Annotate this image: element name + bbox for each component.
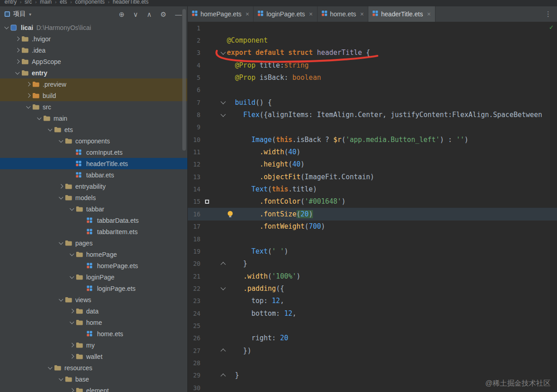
locate-file-icon[interactable]: ⊕: [119, 11, 125, 18]
chevron-down-icon[interactable]: [57, 299, 65, 301]
fold-end-icon[interactable]: [220, 348, 227, 353]
chevron-down-icon[interactable]: [68, 254, 76, 255]
tree-item-.idea[interactable]: .idea: [0, 44, 187, 56]
editor-line[interactable]: 5 @Prop isBack: boolean: [188, 71, 557, 83]
tree-item-main[interactable]: main: [0, 113, 187, 124]
quickfix-bulb-icon[interactable]: [228, 211, 233, 216]
tab-home.ets[interactable]: home.ets×: [318, 6, 369, 22]
tree-item-base[interactable]: base: [0, 373, 187, 385]
editor-line[interactable]: 28: [188, 357, 557, 369]
editor-line[interactable]: 10 Image(this.isBack ? $r('app.media.But…: [188, 133, 557, 146]
tab-homePage.ets[interactable]: homePage.ets×: [188, 6, 254, 22]
collapse-all-icon[interactable]: ∧: [147, 11, 152, 18]
editor-line[interactable]: 23 top: 12,: [188, 295, 557, 307]
tree-item-build[interactable]: build: [0, 90, 187, 101]
tree-item-pages[interactable]: pages: [0, 237, 187, 249]
chevron-down-icon[interactable]: [68, 208, 76, 210]
chevron-right-icon[interactable]: [57, 185, 65, 188]
close-tab-icon[interactable]: ×: [360, 10, 364, 18]
tree-item-home[interactable]: home: [0, 317, 187, 328]
chevron-down-icon[interactable]: [24, 106, 32, 108]
fold-end-icon[interactable]: [220, 373, 227, 378]
chevron-down-icon[interactable]: [68, 276, 76, 278]
editor-line[interactable]: 19 Text(' '): [188, 245, 557, 257]
tree-item-components[interactable]: components: [0, 135, 187, 147]
chevron-right-icon[interactable]: [68, 355, 76, 358]
tab-loginPage.ets[interactable]: loginPage.ets×: [254, 6, 317, 22]
tree-item-loginPage[interactable]: loginPage: [0, 271, 187, 283]
tree-item-ets[interactable]: ets: [0, 124, 187, 135]
chevron-right-icon[interactable]: [14, 49, 21, 52]
settings-icon[interactable]: ⚙: [161, 11, 166, 18]
tree-item-AppScope[interactable]: AppScope: [0, 56, 187, 67]
breadcrumb-item[interactable]: main: [40, 0, 52, 5]
code-editor[interactable]: 12@Component3export default struct heade…: [188, 22, 557, 392]
tree-item-entryability[interactable]: entryability: [0, 181, 187, 192]
editor-line[interactable]: 4 @Prop title:string: [188, 59, 557, 71]
fold-open-icon[interactable]: [220, 114, 227, 116]
fold-end-icon[interactable]: [220, 261, 227, 266]
tree-item-tabbar[interactable]: tabbar: [0, 203, 187, 215]
tree-item-comInput.ets[interactable]: comInput.ets: [0, 147, 187, 158]
editor-line[interactable]: 12 .height(40): [188, 158, 557, 171]
editor-line[interactable]: 24 bottom: 12,: [188, 307, 557, 319]
tree-item-resources[interactable]: resources: [0, 362, 187, 373]
chevron-down-icon[interactable]: [57, 242, 65, 244]
close-tab-icon[interactable]: ×: [427, 10, 430, 18]
tree-item-tabbarItem.ets[interactable]: tabbarItem.ets: [0, 226, 187, 237]
tab-headerTitle.ets[interactable]: headerTitle.ets×: [368, 6, 435, 22]
breadcrumb-item[interactable]: src: [24, 0, 32, 5]
chevron-right-icon[interactable]: [14, 37, 21, 40]
fold-open-icon[interactable]: [220, 52, 227, 54]
hide-panel-icon[interactable]: —: [175, 11, 182, 18]
chevron-right-icon[interactable]: [68, 343, 76, 347]
editor-line[interactable]: 15 .fontColor('#001648'): [188, 196, 557, 208]
editor-line[interactable]: 14 Text(this.title): [188, 183, 557, 195]
chevron-right-icon[interactable]: [68, 309, 76, 313]
chevron-down-icon[interactable]: [35, 118, 43, 119]
close-tab-icon[interactable]: ×: [309, 10, 313, 18]
editor-line[interactable]: 6: [188, 84, 557, 96]
editor-line[interactable]: 21 .width('100%'): [188, 270, 557, 282]
fold-open-icon[interactable]: [220, 101, 227, 103]
close-tab-icon[interactable]: ×: [245, 10, 249, 18]
editor-line[interactable]: 20 }: [188, 258, 557, 270]
tree-item-headerTitle.ets[interactable]: headerTitle.ets: [0, 158, 187, 169]
tree-item-element[interactable]: element: [0, 385, 187, 392]
tree-item-.hvigor[interactable]: .hvigor: [0, 33, 187, 44]
fold-open-icon[interactable]: [220, 287, 227, 289]
project-panel-title[interactable]: 项目: [13, 10, 26, 18]
chevron-right-icon[interactable]: [24, 83, 32, 86]
editor-line[interactable]: 3export default struct headerTitle {: [188, 47, 557, 59]
bookmark-icon[interactable]: [205, 200, 209, 204]
breadcrumb-item[interactable]: ets: [60, 0, 67, 5]
tree-item-data[interactable]: data: [0, 305, 187, 317]
chevron-down-icon[interactable]: [46, 367, 54, 369]
tree-item-tabbar.ets[interactable]: tabbar.ets: [0, 169, 187, 181]
editor-line[interactable]: 11 .width(40): [188, 146, 557, 158]
tree-item-src[interactable]: src: [0, 101, 187, 113]
editor-line[interactable]: 2@Component: [188, 34, 557, 46]
editor-line[interactable]: 26 right: 20: [188, 332, 557, 344]
tree-item-tabbarData.ets[interactable]: tabbarData.ets: [0, 215, 187, 226]
tree-item-home.ets[interactable]: home.ets: [0, 328, 187, 339]
expand-all-icon[interactable]: ∨: [133, 11, 138, 18]
tree-item-wallet[interactable]: wallet: [0, 351, 187, 362]
tree-item-homePage[interactable]: homePage: [0, 249, 187, 260]
chevron-right-icon[interactable]: [24, 94, 32, 97]
tree-item-loginPage.ets[interactable]: loginPage.ets: [0, 283, 187, 294]
editor-line[interactable]: 22 .padding({: [188, 282, 557, 294]
chevron-down-icon[interactable]: [57, 197, 65, 199]
chevron-right-icon[interactable]: [14, 60, 21, 63]
editor-line[interactable]: 1: [188, 22, 557, 34]
editor-line[interactable]: 7 build() {: [188, 96, 557, 108]
tab-overflow-icon[interactable]: ⋮: [539, 10, 557, 18]
chevron-down-icon[interactable]: [46, 129, 54, 131]
chevron-down-icon[interactable]: [14, 72, 21, 74]
tree-item-licai[interactable]: licaiD:\HarmonyOs\licai: [0, 22, 187, 33]
tree-item-my[interactable]: my: [0, 339, 187, 351]
breadcrumb-item[interactable]: headerTitle.ets: [112, 0, 148, 5]
tree-item-.preview[interactable]: .preview: [0, 78, 187, 90]
breadcrumb-item[interactable]: entry: [5, 0, 17, 5]
tree-item-models[interactable]: models: [0, 192, 187, 203]
